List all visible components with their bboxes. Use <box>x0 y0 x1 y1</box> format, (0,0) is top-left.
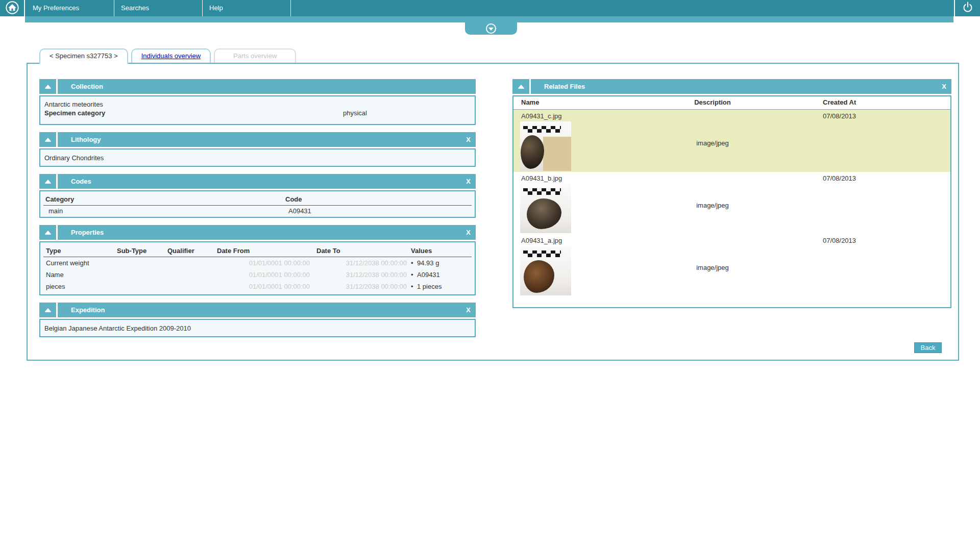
close-icon[interactable]: X <box>466 303 471 317</box>
collapse-button[interactable] <box>512 79 531 94</box>
property-value: •A09431 <box>411 269 475 281</box>
tab-individuals-overview[interactable]: Individuals overview <box>131 48 211 63</box>
column-header-date-to: Date To <box>316 245 411 257</box>
panel-title: Lithology <box>58 136 101 143</box>
panel-expedition: Expedition X Belgian Japanese Antarctic … <box>39 303 476 337</box>
individuals-overview-link[interactable]: Individuals overview <box>141 52 201 60</box>
specimen-category-value: physical <box>343 109 367 117</box>
bullet-icon: • <box>411 257 417 269</box>
file-name: A09431_b.jpg <box>521 174 562 182</box>
panel-codes: Codes X Category Code main A09431 <box>39 174 476 218</box>
file-created-at: 07/08/2013 <box>823 237 856 244</box>
chevron-down-icon <box>486 23 496 34</box>
lithology-panel-header: Lithology X <box>39 132 476 147</box>
code-value-cell: A09431 <box>288 206 311 217</box>
code-category-cell: main <box>47 206 288 217</box>
panel-title: Codes <box>58 178 91 185</box>
column-header-type: Type <box>43 245 117 257</box>
file-thumbnail[interactable] <box>520 184 571 233</box>
panel-title: Collection <box>58 83 103 90</box>
specimen-detail-container: Collection Antarctic meteorites Specimen… <box>27 63 959 361</box>
column-header-sub-type: Sub-Type <box>117 245 167 257</box>
close-icon[interactable]: X <box>466 132 471 147</box>
tab-specimen[interactable]: < Specimen s327753 > <box>39 48 128 64</box>
property-type: Name <box>40 269 117 281</box>
file-row-selected[interactable]: A09431_c.jpg image/jpeg 07/08/2013 <box>513 110 950 172</box>
table-row: pieces 01/01/0001 00:00:00 31/12/2038 00… <box>40 281 475 292</box>
column-header-category: Category <box>44 194 285 205</box>
column-header-description: Description <box>667 96 758 109</box>
panel-related-files: Related Files X Name Description Created… <box>512 79 951 308</box>
file-name: A09431_a.jpg <box>521 237 562 244</box>
file-thumbnail[interactable] <box>520 121 571 171</box>
property-type: pieces <box>40 281 117 292</box>
file-row[interactable]: A09431_b.jpg image/jpeg 07/08/2013 <box>513 172 950 234</box>
power-icon <box>961 1 974 16</box>
meteorite-image <box>521 135 544 169</box>
menu-my-preferences[interactable]: My Preferences <box>26 0 114 16</box>
home-button[interactable] <box>0 0 25 16</box>
file-name: A09431_c.jpg <box>521 112 562 120</box>
table-row: Name 01/01/0001 00:00:00 31/12/2038 00:0… <box>40 269 475 281</box>
scale-bar <box>523 188 561 195</box>
close-icon[interactable]: X <box>466 225 471 240</box>
codes-table-header: Category Code <box>43 194 472 206</box>
top-navigation-bar: My Preferences Searches Help <box>0 0 980 16</box>
panel-lithology: Lithology X Ordinary Chondrites <box>39 132 476 167</box>
property-qualifier <box>167 257 217 269</box>
column-header-qualifier: Qualifier <box>167 245 217 257</box>
property-date-from: 01/01/0001 00:00:00 <box>217 269 316 281</box>
close-icon[interactable]: X <box>942 79 946 94</box>
collection-panel-header: Collection <box>39 79 476 94</box>
back-button[interactable]: Back <box>914 342 942 353</box>
expedition-value: Belgian Japanese Antarctic Expedition 20… <box>44 324 471 332</box>
tab-bar: < Specimen s327753 > Individuals overvie… <box>39 48 296 64</box>
toolbar-toggle[interactable] <box>465 22 517 35</box>
collapse-button[interactable] <box>39 303 58 317</box>
file-row[interactable]: A09431_a.jpg image/jpeg 07/08/2013 <box>513 234 950 296</box>
property-sub-type <box>117 257 167 269</box>
properties-panel-body: Type Sub-Type Qualifier Date From Date T… <box>39 241 476 295</box>
panel-title: Related Files <box>531 83 585 90</box>
collapse-button[interactable] <box>39 79 58 94</box>
properties-table-header: Type Sub-Type Qualifier Date From Date T… <box>43 245 472 257</box>
codes-panel-header: Codes X <box>39 174 476 189</box>
collapse-button[interactable] <box>39 132 58 147</box>
left-column: Collection Antarctic meteorites Specimen… <box>39 79 476 344</box>
table-row: Current weight 01/01/0001 00:00:00 31/12… <box>40 257 475 269</box>
column-header-created-at: Created At <box>823 96 856 109</box>
property-date-to: 31/12/2038 00:00:00 <box>316 257 411 269</box>
property-date-from: 01/01/0001 00:00:00 <box>217 281 316 292</box>
property-qualifier <box>167 281 217 292</box>
specimen-category-label: Specimen category <box>44 109 471 117</box>
properties-panel-header: Properties X <box>39 225 476 240</box>
panel-title: Expedition <box>58 306 105 314</box>
close-icon[interactable]: X <box>466 174 471 189</box>
bullet-icon: • <box>411 281 417 292</box>
main-menu: My Preferences Searches Help <box>26 0 291 16</box>
chevron-up-icon <box>44 138 52 142</box>
panel-properties: Properties X Type Sub-Type Qualifier Dat… <box>39 225 476 295</box>
home-icon <box>5 1 19 16</box>
chevron-up-icon <box>44 231 52 235</box>
file-created-at: 07/08/2013 <box>823 174 856 182</box>
bullet-icon: • <box>411 269 417 281</box>
related-files-panel-header: Related Files X <box>512 79 951 94</box>
collapse-button[interactable] <box>39 174 58 189</box>
file-created-at: 07/08/2013 <box>823 112 856 120</box>
collection-panel-body: Antarctic meteorites Specimen category p… <box>39 95 476 125</box>
menu-help[interactable]: Help <box>203 0 291 16</box>
logout-button[interactable] <box>954 0 980 16</box>
column-header-code: Code <box>285 194 302 205</box>
meteorite-image <box>527 198 561 229</box>
property-value: •1 pieces <box>411 281 475 292</box>
expedition-panel-header: Expedition X <box>39 303 476 317</box>
collapse-button[interactable] <box>39 225 58 240</box>
column-header-date-from: Date From <box>217 245 316 257</box>
property-value: •94.93 g <box>411 257 475 269</box>
file-thumbnail[interactable] <box>520 246 571 295</box>
codes-panel-body: Category Code main A09431 <box>39 190 476 218</box>
related-files-table: Name Description Created At A09431_c.jpg… <box>512 95 951 308</box>
sub-toolbar-strip <box>25 16 953 22</box>
menu-searches[interactable]: Searches <box>114 0 203 16</box>
